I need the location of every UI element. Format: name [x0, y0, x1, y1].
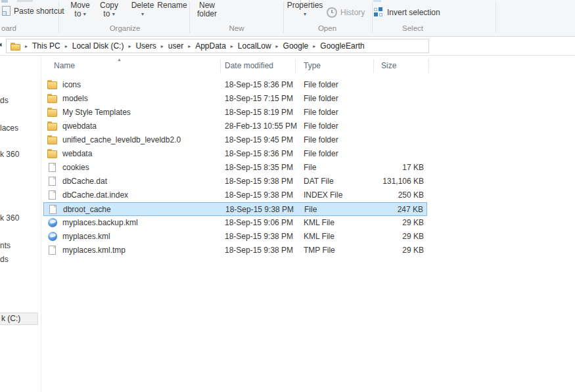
- file-list: icons 18-Sep-15 8:36 PM File folder mode…: [43, 78, 427, 257]
- file-name: models: [62, 92, 88, 105]
- column-header-date-modified[interactable]: Date modified: [225, 61, 273, 70]
- file-name: dbCache.dat.index: [62, 188, 128, 202]
- breadcrumb-segment-label: Google: [283, 41, 309, 51]
- new-folder-button[interactable]: New folder: [193, 1, 221, 18]
- globe-icon: [47, 232, 58, 242]
- folder-icon: [47, 94, 58, 104]
- breadcrumb-segment[interactable]: ▸ Local Disk (C:): [60, 41, 124, 51]
- breadcrumb-segment[interactable]: ▸ LocalLow: [226, 41, 271, 51]
- chevron-right-icon: ▸: [60, 43, 72, 49]
- invert-selection-label: Invert selection: [387, 8, 440, 17]
- file-date-modified: 18-Sep-15 8:19 PM: [225, 106, 293, 119]
- delete-button[interactable]: Delete ▾: [129, 1, 156, 18]
- column-header-type[interactable]: Type: [304, 61, 321, 70]
- breadcrumb-segment-label: Local Disk (C:): [72, 41, 124, 51]
- file-icon: [47, 163, 58, 173]
- clipped-icon-fragment: [1, 0, 8, 3]
- column-divider[interactable]: [373, 59, 374, 73]
- history-label: History: [340, 9, 365, 17]
- column-divider[interactable]: [428, 59, 429, 73]
- copy-to-button[interactable]: Copy to ▾: [96, 1, 122, 18]
- file-name: myplaces.kml: [62, 230, 110, 243]
- new-folder-label2: folder: [197, 9, 217, 18]
- sidebar-item[interactable]: laces: [0, 123, 18, 133]
- folder-icon: [47, 121, 58, 131]
- chevron-right-icon: ▸: [20, 43, 32, 49]
- table-row-selected[interactable]: dbroot_cache 18-Sep-15 9:38 PM File 247 …: [43, 202, 427, 216]
- file-icon: [47, 177, 58, 186]
- file-type: File folder: [304, 147, 338, 160]
- table-row[interactable]: webdata 18-Sep-15 8:36 PM File folder: [43, 147, 427, 161]
- file-size: 29 KB: [332, 244, 424, 257]
- sidebar-item[interactable]: k 360: [0, 149, 19, 160]
- breadcrumb-segment-label: Users: [135, 41, 156, 51]
- table-row[interactable]: qwebdata 28-Feb-13 10:55 PM File folder: [43, 120, 427, 133]
- folder-icon: [47, 108, 58, 118]
- clipped-icon-fragment: [373, 0, 381, 2]
- rename-button[interactable]: Rename: [156, 1, 188, 10]
- open-group-label: Open: [285, 24, 370, 32]
- sidebar-item-local-disk[interactable]: k (C:): [0, 313, 38, 325]
- table-row[interactable]: dbCache.dat 18-Sep-15 9:38 PM DAT File 1…: [43, 175, 427, 188]
- invert-selection-button[interactable]: Invert selection: [374, 7, 440, 17]
- clipboard-group-label: oard: [1, 24, 16, 32]
- chevron-right-icon: ▸: [156, 43, 168, 49]
- column-divider[interactable]: [295, 59, 296, 73]
- paste-shortcut-label: Paste shortcut: [14, 7, 64, 16]
- file-date-modified: 18-Sep-15 9:38 PM: [225, 230, 293, 243]
- sidebar-item[interactable]: ds: [0, 254, 9, 265]
- file-type: File folder: [304, 78, 338, 91]
- folder-icon: [47, 149, 58, 159]
- breadcrumb-segment[interactable]: ▸ GoogleEarth: [308, 41, 364, 51]
- ribbon-group-divider: [283, 1, 284, 33]
- copy-to-label2: to: [103, 9, 110, 18]
- file-name: dbCache.dat: [62, 175, 107, 188]
- breadcrumb-box[interactable]: ▸ This PC ▸ Local Disk (C:) ▸ Users ▸ us…: [6, 39, 429, 53]
- clipped-text-fragment: [17, 0, 33, 2]
- paste-shortcut-button[interactable]: Paste shortcut: [2, 6, 64, 16]
- table-row[interactable]: myplaces.backup.kml 18-Sep-15 9:06 PM KM…: [43, 216, 427, 230]
- breadcrumb-segment[interactable]: ▸ Google: [271, 41, 309, 51]
- sidebar-item[interactable]: nts: [0, 240, 11, 251]
- chevron-down-icon: ▾: [304, 11, 306, 17]
- breadcrumb-segment[interactable]: ▸ This PC: [20, 41, 60, 51]
- paste-shortcut-icon: [2, 6, 11, 16]
- copy-to-label: Copy: [100, 1, 118, 10]
- table-row[interactable]: myplaces.kml 18-Sep-15 9:38 PM KML File …: [43, 230, 427, 244]
- properties-button[interactable]: Properties ▾: [286, 1, 324, 18]
- sidebar-item[interactable]: ds: [0, 95, 9, 106]
- table-row[interactable]: dbCache.dat.index 18-Sep-15 9:38 PM INDE…: [43, 188, 427, 202]
- table-row[interactable]: My Style Templates 18-Sep-15 8:19 PM Fil…: [43, 106, 427, 120]
- breadcrumb-segment[interactable]: ▸ Users: [124, 41, 156, 51]
- sidebar-item[interactable]: k 360: [0, 213, 19, 223]
- history-clock-icon: [327, 7, 337, 18]
- navigation-pane-divider: [41, 56, 41, 392]
- file-date-modified: 18-Sep-15 9:45 PM: [225, 133, 293, 146]
- table-row[interactable]: myplaces.kml.tmp 18-Sep-15 9:38 PM TMP F…: [43, 244, 427, 257]
- chevron-right-icon: ▸: [124, 43, 135, 49]
- column-header-size[interactable]: Size: [381, 61, 396, 70]
- table-row[interactable]: unified_cache_leveldb_leveldb2.0 18-Sep-…: [43, 133, 427, 147]
- table-row[interactable]: models 18-Sep-15 7:15 PM File folder: [43, 92, 427, 106]
- breadcrumb-segment[interactable]: ▸ user: [156, 41, 183, 51]
- history-button[interactable]: History: [327, 7, 365, 18]
- file-type: File folder: [304, 92, 338, 105]
- file-date-modified: 18-Sep-15 9:06 PM: [225, 216, 293, 229]
- file-date-modified: 28-Feb-13 10:55 PM: [225, 120, 297, 133]
- file-date-modified: 18-Sep-15 9:38 PM: [225, 175, 293, 188]
- ribbon-group-divider: [372, 1, 373, 33]
- file-type: File: [304, 203, 317, 216]
- column-header-name[interactable]: Name: [54, 61, 75, 70]
- chevron-down-icon: ▾: [112, 11, 115, 17]
- column-divider[interactable]: [220, 59, 221, 73]
- back-arrow-icon[interactable]: ◂: [0, 40, 2, 49]
- file-type: File folder: [304, 106, 338, 119]
- ribbon-group-divider: [495, 1, 496, 33]
- table-row[interactable]: cookies 18-Sep-15 8:35 PM File 17 KB: [43, 161, 427, 175]
- move-to-button[interactable]: Move to ▾: [66, 1, 95, 18]
- file-date-modified: 18-Sep-15 8:36 PM: [225, 78, 293, 91]
- folder-icon: [47, 80, 58, 90]
- table-row[interactable]: icons 18-Sep-15 8:36 PM File folder: [43, 78, 427, 92]
- breadcrumb-segment[interactable]: ▸ AppData: [183, 41, 226, 51]
- chevron-right-icon: ▸: [183, 43, 195, 49]
